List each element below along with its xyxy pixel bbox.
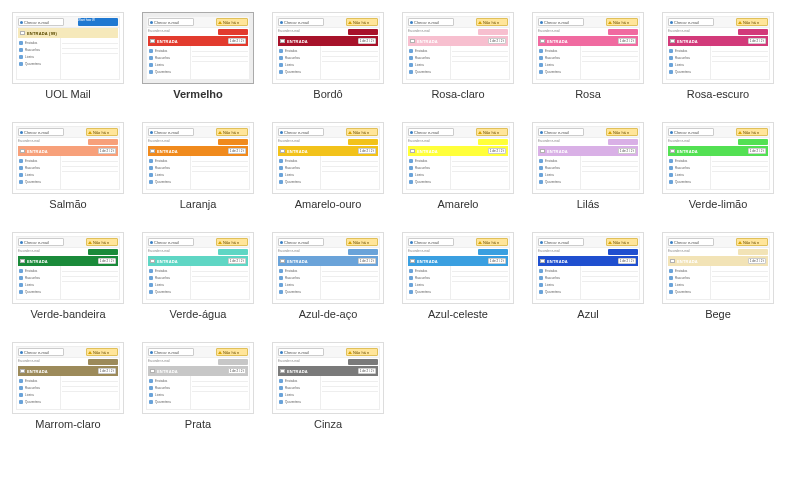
envelope-icon <box>410 259 415 263</box>
checar-label: Checar e-mail <box>154 240 179 245</box>
folder-icon <box>669 56 673 60</box>
folder-icon <box>279 379 283 383</box>
sidebar-item-rascunhos: Rascunhos <box>667 54 710 61</box>
folder-icon <box>409 63 413 67</box>
nao-ha-badge: Não há n <box>86 238 118 246</box>
preview-row <box>192 271 248 272</box>
sidebar-item-label: Rascunhos <box>545 166 560 170</box>
thumbnail-preview: Checar e-mailNão há nEsconder e-mailENTR… <box>536 16 640 80</box>
theme-thumbnail[interactable]: Checar e-mailWant how WENTRADA (99)Envia… <box>12 12 124 84</box>
sidebar-item-enviados: Enviados <box>147 157 190 164</box>
checar-email-button: Checar e-mail <box>668 238 714 246</box>
theme-thumbnail[interactable]: Checar e-mailNão há nEsconder e-mailENTR… <box>12 122 124 194</box>
sidebar-item-rascunhos: Rascunhos <box>537 54 580 61</box>
folder-icon <box>409 56 413 60</box>
thumbnail-preview: Checar e-mailNão há nEsconder e-mailENTR… <box>276 236 380 300</box>
preview-subbar: Esconder e-mail <box>17 358 119 366</box>
sidebar-item-rascunhos: Rascunhos <box>277 384 320 391</box>
theme-thumbnail[interactable]: Checar e-mailNão há nEsconder e-mailENTR… <box>142 12 254 84</box>
theme-thumbnail[interactable]: Checar e-mailNão há nEsconder e-mailENTR… <box>272 232 384 304</box>
sidebar-item-label: Lixeira <box>155 173 164 177</box>
theme-item: Checar e-mailNão há nEsconder e-mailENTR… <box>12 122 124 210</box>
sidebar-item-label: Enviados <box>285 49 297 53</box>
theme-thumbnail[interactable]: Checar e-mailNão há nEsconder e-mailENTR… <box>142 122 254 194</box>
checar-label: Checar e-mail <box>674 130 699 135</box>
sidebar-item-label: Rascunhos <box>285 56 300 60</box>
theme-thumbnail[interactable]: Checar e-mailNão há nEsconder e-mailENTR… <box>272 122 384 194</box>
theme-label: Rosa <box>575 88 601 100</box>
checar-email-button: Checar e-mail <box>408 238 454 246</box>
sidebar-item-label: Quarentena <box>675 70 691 74</box>
sidebar-item-label: Rascunhos <box>415 276 430 280</box>
sidebar-item-quarentena: Quarentena <box>147 68 190 75</box>
nao-ha-label: Não há n <box>483 240 499 245</box>
theme-item: Checar e-mailNão há nEsconder e-mailENTR… <box>272 122 384 210</box>
sidebar-item-label: Lixeira <box>285 393 294 397</box>
preview-main <box>581 266 639 299</box>
theme-thumbnail[interactable]: Checar e-mailNão há nEsconder e-mailENTR… <box>532 12 644 84</box>
selecionar-button <box>218 249 248 255</box>
entrada-bar: ENTRADA1 de 2 / 2 t <box>538 256 638 266</box>
entrada-label: ENTRADA <box>157 259 178 264</box>
sidebar-item-rascunhos: Rascunhos <box>17 274 60 281</box>
entrada-count: 1 de 2 / 2 t <box>228 368 246 374</box>
theme-thumbnail[interactable]: Checar e-mailNão há nEsconder e-mailENTR… <box>662 122 774 194</box>
preview-subbar: Esconder e-mail <box>407 138 509 146</box>
warning-icon <box>88 241 92 244</box>
sidebar-item-lixeira: Lixeira <box>147 61 190 68</box>
theme-thumbnail[interactable]: Checar e-mailNão há nEsconder e-mailENTR… <box>402 122 514 194</box>
selecionar-button <box>88 359 118 365</box>
entrada-bar: ENTRADA1 de 2 / 2 t <box>18 366 118 376</box>
sidebar-item-label: Quarentena <box>415 70 431 74</box>
theme-thumbnail[interactable]: Checar e-mailNão há nEsconder e-mailENTR… <box>12 232 124 304</box>
refresh-icon <box>540 241 543 244</box>
sidebar-item-enviados: Enviados <box>277 157 320 164</box>
preview-row <box>582 281 638 282</box>
theme-thumbnail[interactable]: Checar e-mailNão há nEsconder e-mailENTR… <box>532 232 644 304</box>
preview-body: EnviadosRascunhosLixeiraQuarentena <box>147 156 249 189</box>
checar-label: Checar e-mail <box>154 130 179 135</box>
preview-main <box>61 266 119 299</box>
theme-thumbnail[interactable]: Checar e-mailNão há nEsconder e-mailENTR… <box>272 12 384 84</box>
entrada-label: ENTRADA <box>547 39 568 44</box>
sidebar-item-label: Lixeira <box>155 283 164 287</box>
theme-thumbnail[interactable]: Checar e-mailNão há nEsconder e-mailENTR… <box>662 12 774 84</box>
sidebar-item-label: Rascunhos <box>25 386 40 390</box>
folder-icon <box>19 283 23 287</box>
preview-body: EnviadosRascunhosLixeiraQuarentena <box>537 46 639 79</box>
entrada-label: ENTRADA <box>417 39 438 44</box>
entrada-bar: ENTRADA1 de 2 / 2 t <box>408 256 508 266</box>
theme-thumbnail[interactable]: Checar e-mailNão há nEsconder e-mailENTR… <box>402 12 514 84</box>
nao-ha-label: Não há n <box>743 20 759 25</box>
theme-thumbnail[interactable]: Checar e-mailNão há nEsconder e-mailENTR… <box>272 342 384 414</box>
preview-main <box>191 266 249 299</box>
preview-row <box>582 51 638 52</box>
preview-main <box>61 376 119 409</box>
preview-subbar: Esconder e-mail <box>17 138 119 146</box>
preview-row <box>582 161 638 162</box>
preview-row <box>62 276 118 277</box>
refresh-icon <box>20 241 23 244</box>
folder-icon <box>149 56 153 60</box>
preview-subbar: Esconder e-mail <box>277 358 379 366</box>
nao-ha-label: Não há n <box>223 240 239 245</box>
preview-sidebar: EnviadosRascunhosLixeiraQuarentena <box>277 266 321 299</box>
esconder-label: Esconder e-mail <box>668 249 714 255</box>
selecionar-button <box>218 359 248 365</box>
preview-row <box>322 61 378 62</box>
entrada-bar: ENTRADA1 de 2 / 2 t <box>408 36 508 46</box>
theme-thumbnail[interactable]: Checar e-mailNão há nEsconder e-mailENTR… <box>532 122 644 194</box>
nao-ha-label: Não há n <box>93 130 109 135</box>
theme-thumbnail[interactable]: Checar e-mailNão há nEsconder e-mailENTR… <box>402 232 514 304</box>
theme-thumbnail[interactable]: Checar e-mailNão há nEsconder e-mailENTR… <box>12 342 124 414</box>
theme-thumbnail[interactable]: Checar e-mailNão há nEsconder e-mailENTR… <box>142 342 254 414</box>
theme-thumbnail[interactable]: Checar e-mailNão há nEsconder e-mailENTR… <box>142 232 254 304</box>
sidebar-item-rascunhos: Rascunhos <box>667 274 710 281</box>
preview-row <box>62 166 118 167</box>
theme-thumbnail[interactable]: Checar e-mailNão há nEsconder e-mailENTR… <box>662 232 774 304</box>
sidebar-item-label: Lixeira <box>285 63 294 67</box>
sidebar-item-enviados: Enviados <box>407 47 450 54</box>
entrada-count: 1 de 2 / 2 t <box>228 38 246 44</box>
folder-icon <box>279 70 283 74</box>
preview-row <box>192 56 248 57</box>
